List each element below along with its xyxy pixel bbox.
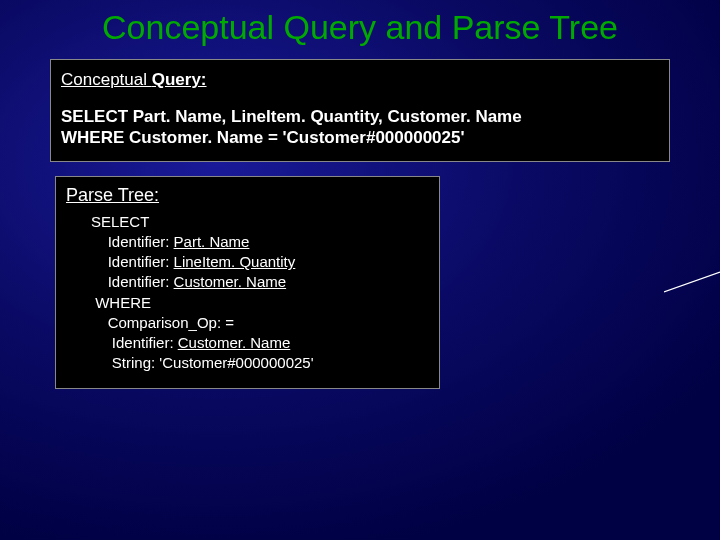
tree-row: SELECT <box>66 212 429 232</box>
parse-tree-heading: Parse Tree: <box>66 185 429 206</box>
tree-id-label: Identifier: <box>108 273 174 290</box>
parse-tree-box: Parse Tree: SELECT Identifier: Part. Nam… <box>55 176 440 389</box>
tree-id-value: LineItem. Quantity <box>174 253 296 270</box>
tree-row: Comparison_Op: = <box>66 313 429 333</box>
parse-tree: SELECT Identifier: Part. Name Identifier… <box>66 212 429 374</box>
tree-row: Identifier: Customer. Name <box>66 333 429 353</box>
conceptual-query-box: Conceptual Query: SELECT Part. Name, Lin… <box>50 59 670 162</box>
heading-bold: Query: <box>152 70 207 89</box>
query-line-1: SELECT Part. Name, LineItem. Quantity, C… <box>61 106 659 127</box>
heading-plain: Conceptual <box>61 70 152 89</box>
slide-title: Conceptual Query and Parse Tree <box>40 8 680 53</box>
tree-op: Comparison_Op: = <box>108 314 234 331</box>
conceptual-query-heading: Conceptual Query: <box>61 70 659 90</box>
tree-row: Identifier: Customer. Name <box>66 272 429 292</box>
svg-line-0 <box>664 272 720 292</box>
tree-row: WHERE <box>66 293 429 313</box>
tree-id-label: Identifier: <box>108 253 174 270</box>
tree-row: Identifier: Part. Name <box>66 232 429 252</box>
query-line-2: WHERE Customer. Name = 'Customer#0000000… <box>61 127 659 148</box>
tree-id-label: Identifier: <box>112 334 178 351</box>
decorative-line-icon <box>664 270 720 300</box>
tree-row: String: 'Customer#000000025' <box>66 353 429 373</box>
tree-row: Identifier: LineItem. Quantity <box>66 252 429 272</box>
tree-id-value: Customer. Name <box>174 273 287 290</box>
tree-where: WHERE <box>95 294 151 311</box>
tree-string: String: 'Customer#000000025' <box>112 354 314 371</box>
tree-id-value: Customer. Name <box>178 334 291 351</box>
tree-select: SELECT <box>91 213 149 230</box>
tree-id-label: Identifier: <box>108 233 174 250</box>
slide: Conceptual Query and Parse Tree Conceptu… <box>0 0 720 540</box>
tree-id-value: Part. Name <box>174 233 250 250</box>
